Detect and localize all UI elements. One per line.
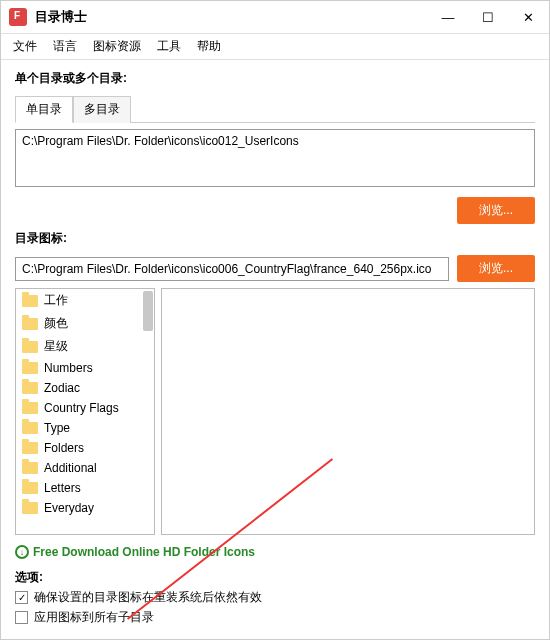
folder-icon [22, 318, 38, 330]
checkbox-persist[interactable]: ✓ [15, 591, 28, 604]
icon-path-input[interactable] [15, 257, 449, 281]
folder-icon [22, 402, 38, 414]
folder-icon [22, 362, 38, 374]
list-item: Zodiac [16, 378, 154, 398]
list-item: 颜色 [16, 312, 154, 335]
menu-help[interactable]: 帮助 [197, 38, 221, 55]
list-item: 工作 [16, 289, 154, 312]
list-item: Folders [16, 438, 154, 458]
download-icons-link[interactable]: ↓ Free Download Online HD Folder Icons [15, 545, 535, 559]
menu-file[interactable]: 文件 [13, 38, 37, 55]
checkbox-persist-label: 确保设置的目录图标在重装系统后依然有效 [34, 589, 262, 606]
menu-tools[interactable]: 工具 [157, 38, 181, 55]
list-item: Additional [16, 458, 154, 478]
folder-icon [22, 462, 38, 474]
minimize-button[interactable]: — [435, 7, 461, 27]
menubar: 文件 语言 图标资源 工具 帮助 [1, 34, 549, 60]
tab-multi[interactable]: 多目录 [73, 96, 131, 123]
checkbox-subdirs-label: 应用图标到所有子目录 [34, 609, 154, 626]
tabs: 单目录 多目录 [15, 95, 535, 123]
folder-icon [22, 482, 38, 494]
directory-section-label: 单个目录或多个目录: [15, 70, 535, 87]
list-item: Numbers [16, 358, 154, 378]
close-button[interactable]: ✕ [515, 7, 541, 27]
icon-section-label: 目录图标: [15, 230, 535, 247]
window-title: 目录博士 [35, 8, 435, 26]
browse-directory-button[interactable]: 浏览... [457, 197, 535, 224]
list-item: Letters [16, 478, 154, 498]
checkbox-subdirs[interactable] [15, 611, 28, 624]
tab-single[interactable]: 单目录 [15, 96, 73, 123]
folder-icon [22, 295, 38, 307]
list-item: Everyday [16, 498, 154, 518]
folder-icon [22, 341, 38, 353]
icon-preview-pane [161, 288, 535, 535]
folder-icon [22, 382, 38, 394]
directory-path-input[interactable] [15, 129, 535, 187]
category-list[interactable]: 工作 颜色 星级 Numbers Zodiac Country Flags Ty… [15, 288, 155, 535]
titlebar: 目录博士 — ☐ ✕ [1, 1, 549, 34]
list-item: Type [16, 418, 154, 438]
menu-language[interactable]: 语言 [53, 38, 77, 55]
list-item: 星级 [16, 335, 154, 358]
list-item: Country Flags [16, 398, 154, 418]
download-icon: ↓ [15, 545, 29, 559]
browse-icon-button[interactable]: 浏览... [457, 255, 535, 282]
scrollbar-thumb[interactable] [143, 291, 153, 331]
folder-icon [22, 422, 38, 434]
folder-icon [22, 442, 38, 454]
app-icon [9, 8, 27, 26]
menu-icon-resources[interactable]: 图标资源 [93, 38, 141, 55]
maximize-button[interactable]: ☐ [475, 7, 501, 27]
options-label: 选项: [15, 569, 535, 586]
folder-icon [22, 502, 38, 514]
